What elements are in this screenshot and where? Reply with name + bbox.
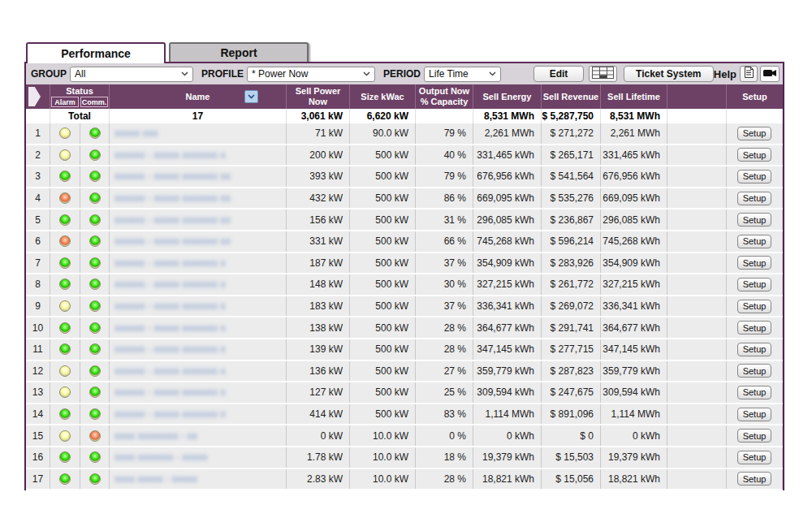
setup-button[interactable]: Setup [737, 386, 772, 399]
setup-button[interactable]: Setup [737, 127, 772, 140]
site-name-link[interactable]: xxxxxx - xxxxx xxxxxxx xx [110, 188, 287, 209]
sell-energy-value: 336,341 kWh [473, 296, 542, 317]
comm-status-light[interactable] [89, 365, 101, 377]
site-name-link[interactable]: xxxxxx - xxxxx xxxxxxx x [110, 296, 287, 317]
table-header: Status Alarm Comm. Name Sell Power Now S… [26, 84, 783, 109]
header-name[interactable]: Name [110, 84, 287, 109]
site-name-redacted: xxxxxx - xxxxx xxxxxxx xx [114, 192, 231, 204]
sell-energy-value: 1,114 MWh [473, 404, 542, 425]
comm-status-light[interactable] [89, 451, 101, 463]
setup-button[interactable]: Setup [737, 343, 772, 356]
alarm-status-light[interactable] [59, 386, 71, 398]
comm-status-light[interactable] [89, 235, 101, 247]
alarm-status-light[interactable] [59, 257, 71, 269]
group-select[interactable]: All [70, 67, 193, 82]
setup-button[interactable]: Setup [737, 364, 772, 378]
setup-button[interactable]: Setup [737, 148, 772, 162]
alarm-status-light[interactable] [59, 408, 71, 420]
header-size[interactable]: Size kWac [350, 84, 416, 109]
header-energy[interactable]: Sell Energy [473, 84, 542, 109]
edit-button[interactable]: Edit [533, 66, 584, 82]
alarm-status-light[interactable] [59, 171, 71, 182]
setup-button[interactable]: Setup [737, 429, 772, 442]
site-name-link[interactable]: xxxxxx - xxxxx xxxxxxx x [110, 317, 287, 338]
site-name-link[interactable]: xxxxxx - xxxxx xxxxxxx x [110, 361, 287, 382]
comm-status-light[interactable] [89, 171, 101, 182]
site-name-link[interactable]: xxxx xxxxxxx - xxxxx [110, 447, 287, 468]
profile-select[interactable]: * Power Now [247, 67, 375, 82]
header-lifetime[interactable]: Sell Lifetime [601, 84, 667, 109]
setup-button[interactable]: Setup [737, 300, 772, 313]
site-name-link[interactable]: xxxxxx - xxxxx xxxxxxx x [110, 382, 287, 403]
comm-status-light[interactable] [89, 473, 101, 485]
site-name-link[interactable]: xxxxxx - xxxxx xxxxxxx x [110, 404, 287, 425]
ticket-system-button[interactable]: Ticket System [624, 66, 714, 82]
total-count: 17 [110, 109, 287, 123]
comm-status-light[interactable] [89, 278, 101, 290]
setup-button[interactable]: Setup [737, 192, 772, 205]
chevron-down-icon [181, 71, 188, 76]
setup-button[interactable]: Setup [737, 321, 772, 335]
alarm-status-light[interactable] [59, 278, 71, 290]
site-name-link[interactable]: xxxxxx - xxxxx xxxxxxx x [110, 253, 287, 274]
alarm-status-light[interactable] [59, 300, 71, 312]
comm-status-light[interactable] [89, 343, 101, 355]
comm-status-light[interactable] [89, 127, 101, 139]
period-select[interactable]: Life Time [424, 67, 501, 82]
site-name-link[interactable]: xxxxxx - xxxxx xxxxxxx xx [110, 231, 287, 252]
comm-status-light[interactable] [89, 257, 101, 269]
sell-energy-value: 309,594 kWh [473, 382, 542, 403]
alarm-status-light[interactable] [59, 343, 71, 355]
site-name-link[interactable]: xxxx xxxxx - xxxxx [110, 469, 287, 490]
alarm-status-light[interactable] [59, 473, 71, 485]
alarm-status-light[interactable] [59, 149, 71, 161]
site-name-link[interactable]: xxxxxx - xxxxx xxxxxxx x [110, 339, 287, 360]
header-output[interactable]: Output Now % Capacity [416, 84, 473, 109]
setup-button[interactable]: Setup [737, 213, 772, 227]
alarm-status-light[interactable] [59, 214, 71, 226]
site-name-link[interactable]: xxxxxx - xxxxx xxxxxxx xx [110, 166, 287, 187]
header-sell-power[interactable]: Sell Power Now [287, 84, 350, 109]
setup-button[interactable]: Setup [737, 451, 772, 464]
help-doc-button[interactable] [740, 66, 758, 82]
period-select-value: Life Time [429, 68, 469, 80]
sell-lifetime-value: 296,085 kWh [601, 209, 667, 230]
setup-button[interactable]: Setup [737, 472, 772, 486]
setup-button[interactable]: Setup [737, 408, 772, 421]
tab-report[interactable]: Report [169, 42, 309, 62]
setup-button[interactable]: Setup [737, 278, 772, 291]
comm-status-light[interactable] [89, 430, 101, 442]
header-revenue[interactable]: Sell Revenue [542, 84, 601, 109]
alarm-status-light[interactable] [59, 235, 71, 247]
alarm-status-light[interactable] [59, 322, 71, 334]
comm-status-light[interactable] [89, 386, 101, 398]
sell-energy-value: 354,909 kWh [473, 253, 542, 274]
table-row: 3 xxxxxx - xxxxx xxxxxxx xx 393 kW 500 k… [26, 166, 783, 188]
setup-button[interactable]: Setup [737, 235, 772, 248]
header-arrow-cell[interactable] [26, 84, 50, 109]
alarm-status-light[interactable] [59, 192, 71, 204]
comm-status-light[interactable] [89, 149, 101, 161]
name-sort-button[interactable] [244, 90, 258, 103]
site-name-link[interactable]: xxxxxx - xxxxx xxxxxxx x [110, 274, 287, 295]
sell-power-value: 331 kW [287, 231, 350, 252]
comm-status-light[interactable] [89, 300, 101, 312]
help-video-button[interactable] [760, 66, 780, 82]
site-name-link[interactable]: xxxx xxxxxxxx - xx [110, 425, 287, 446]
alarm-status-light[interactable] [59, 430, 71, 442]
comm-status-light[interactable] [89, 408, 101, 420]
comm-status-light[interactable] [89, 192, 101, 204]
comm-status-light[interactable] [89, 214, 101, 226]
site-name-link[interactable]: xxxxx xxx [110, 123, 287, 144]
comm-status-light[interactable] [89, 322, 101, 334]
site-name-link[interactable]: xxxxxx - xxxxx xxxxxxx xx [110, 209, 287, 230]
site-name-link[interactable]: xxxxxx - xxxxx xxxxxxx x [110, 145, 287, 166]
tab-performance[interactable]: Performance [26, 42, 166, 63]
alarm-status-light[interactable] [59, 127, 71, 139]
setup-button[interactable]: Setup [737, 256, 772, 270]
row-number: 4 [26, 188, 50, 209]
alarm-status-light[interactable] [59, 365, 71, 377]
grid-view-button[interactable] [589, 66, 617, 82]
alarm-status-light[interactable] [59, 451, 71, 463]
setup-button[interactable]: Setup [737, 170, 772, 183]
